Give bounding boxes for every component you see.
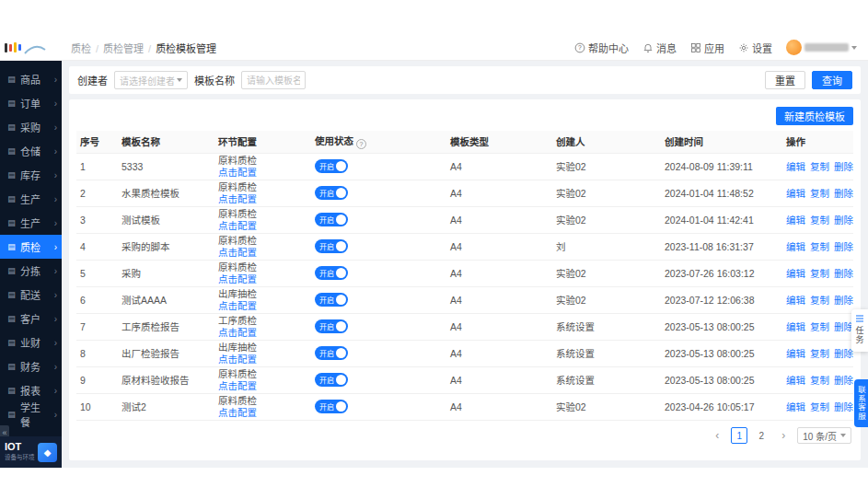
status-toggle[interactable]: 开启 [315, 186, 348, 200]
contact-support-button[interactable]: 联系客服 [854, 379, 868, 427]
apps-button[interactable]: 应用 [690, 41, 724, 55]
delete-link[interactable]: 删除 [834, 375, 853, 386]
sidebar-item-14[interactable]: ▤ 学生餐 › [0, 402, 62, 426]
status-toggle[interactable]: 开启 [315, 373, 348, 387]
edit-link[interactable]: 编辑 [786, 321, 805, 332]
status-toggle[interactable]: 开启 [315, 239, 348, 253]
edit-link[interactable]: 编辑 [786, 348, 805, 359]
user-menu[interactable] [786, 40, 857, 55]
cell-created-time: 2023-11-08 16:31:37 [661, 233, 782, 260]
edit-link[interactable]: 编辑 [786, 161, 805, 172]
edit-link[interactable]: 编辑 [786, 241, 805, 252]
sidebar-item-3[interactable]: ▤ 仓储 › [0, 139, 62, 163]
page-button-2[interactable]: 2 [753, 427, 770, 444]
sidebar-item-11[interactable]: ▤ 业财 › [0, 331, 62, 354]
cell-actions: 编辑复制删除 [782, 393, 853, 420]
toggle-knob [336, 241, 346, 251]
column-header: 创建时间 [661, 131, 782, 153]
toggle-knob [336, 268, 346, 278]
cell-index: 7 [76, 313, 118, 340]
cell-creator: 实验02 [552, 393, 661, 420]
next-page-button[interactable]: › [775, 427, 792, 444]
sidebar-item-5[interactable]: ▤ 生产 › [0, 187, 62, 211]
configure-link[interactable]: 点击配置 [218, 247, 307, 259]
copy-link[interactable]: 复制 [810, 268, 829, 279]
sidebar-item-1[interactable]: ▤ 订单 › [0, 91, 62, 115]
status-toggle[interactable]: 开启 [315, 159, 348, 173]
status-toggle[interactable]: 开启 [315, 213, 348, 226]
copy-link[interactable]: 复制 [810, 375, 829, 386]
cell-status: 开启 [311, 153, 446, 180]
settings-button[interactable]: 设置 [738, 41, 772, 55]
configure-link[interactable]: 点击配置 [218, 407, 307, 419]
sidebar-item-12[interactable]: ▤ 财务 › [0, 354, 62, 378]
status-toggle[interactable]: 开启 [315, 400, 348, 413]
delete-link[interactable]: 删除 [834, 215, 853, 226]
delete-link[interactable]: 删除 [834, 348, 853, 359]
sidebar-item-8[interactable]: ▤ 分拣 › [0, 259, 62, 283]
page-button-1[interactable]: 1 [731, 427, 747, 444]
delete-link[interactable]: 删除 [834, 268, 853, 279]
delete-link[interactable]: 删除 [834, 295, 853, 306]
status-toggle[interactable]: 开启 [315, 346, 348, 360]
breadcrumb-item[interactable]: 质检 [71, 41, 91, 55]
copy-link[interactable]: 复制 [810, 241, 829, 252]
sidebar-item-2[interactable]: ▤ 采购 › [0, 115, 62, 139]
edit-link[interactable]: 编辑 [786, 188, 805, 199]
table-row: 8 出厂检验报告 出库抽检 点击配置 开启 A4 系统设置 2023-05-13… [76, 340, 853, 366]
configure-link[interactable]: 点击配置 [218, 327, 307, 339]
status-toggle[interactable]: 开启 [315, 319, 348, 333]
new-template-button[interactable]: 新建质检模板 [776, 107, 853, 125]
table-row: 7 工序质检报告 工序质检 点击配置 开启 A4 系统设置 2023-05-13… [76, 313, 853, 340]
template-name-input[interactable] [241, 71, 306, 89]
configure-link[interactable]: 点击配置 [218, 273, 307, 285]
copy-link[interactable]: 复制 [810, 161, 829, 172]
configure-link[interactable]: 点击配置 [218, 167, 307, 179]
sidebar-item-4[interactable]: ▤ 库存 › [0, 163, 62, 187]
configure-link[interactable]: 点击配置 [218, 220, 307, 232]
reset-button[interactable]: 重置 [765, 71, 805, 89]
copy-link[interactable]: 复制 [810, 348, 829, 359]
toggle-on-label: 开启 [319, 215, 334, 225]
search-button[interactable]: 查询 [812, 71, 852, 89]
configure-link[interactable]: 点击配置 [218, 354, 307, 366]
copy-link[interactable]: 复制 [810, 215, 829, 226]
sidebar-item-6[interactable]: ▤ 生产 › [0, 211, 62, 235]
delete-link[interactable]: 删除 [834, 401, 853, 412]
page-size-select[interactable]: 10 条/页 [797, 427, 851, 444]
copy-link[interactable]: 复制 [810, 295, 829, 306]
copy-link[interactable]: 复制 [810, 321, 829, 332]
stage-label: 出库抽检 [218, 342, 307, 354]
delete-link[interactable]: 删除 [834, 241, 853, 252]
copy-link[interactable]: 复制 [810, 188, 829, 199]
logo-swoosh-icon [23, 41, 47, 55]
prev-page-button[interactable]: ‹ [709, 427, 725, 444]
info-icon[interactable]: ? [356, 139, 366, 149]
task-float-button[interactable]: 任务 [851, 309, 868, 352]
edit-link[interactable]: 编辑 [786, 268, 805, 279]
creator-select[interactable]: 请选择创建者 [114, 71, 188, 89]
sidebar-item-7[interactable]: ▤ 质检 › [0, 235, 62, 259]
status-toggle[interactable]: 开启 [315, 293, 348, 307]
sidebar-item-9[interactable]: ▤ 配送 › [0, 283, 62, 307]
copy-link[interactable]: 复制 [810, 401, 829, 412]
messages-button[interactable]: 消息 [642, 41, 677, 55]
configure-link[interactable]: 点击配置 [218, 300, 307, 312]
creator-select-placeholder: 请选择创建者 [120, 74, 175, 87]
help-center-button[interactable]: ? 帮助中心 [574, 41, 629, 55]
configure-link[interactable]: 点击配置 [218, 193, 307, 205]
status-toggle[interactable]: 开启 [315, 266, 348, 280]
sidebar-item-0[interactable]: ▤ 商品 › [0, 67, 62, 91]
delete-link[interactable]: 删除 [834, 188, 853, 199]
edit-link[interactable]: 编辑 [786, 215, 805, 226]
sidebar-item-10[interactable]: ▤ 客户 › [0, 307, 62, 331]
breadcrumb-item[interactable]: 质检管理 [91, 41, 144, 55]
cell-created-time: 2024-08-09 11:39:11 [661, 153, 782, 180]
delete-link[interactable]: 删除 [834, 161, 853, 172]
edit-link[interactable]: 编辑 [786, 401, 805, 412]
edit-link[interactable]: 编辑 [786, 295, 805, 306]
edit-link[interactable]: 编辑 [786, 375, 805, 386]
breadcrumb: 质检 质检管理 质检模板管理 [71, 41, 216, 55]
configure-link[interactable]: 点击配置 [218, 380, 307, 392]
delete-link[interactable]: 删除 [834, 321, 853, 332]
